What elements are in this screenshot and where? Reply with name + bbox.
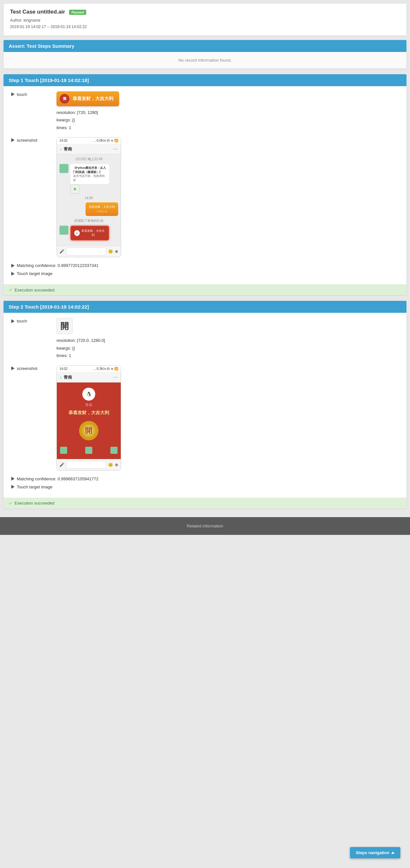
page-title: Test Case untitled.air Passed	[10, 9, 400, 15]
step1-title: Step 1 Touch [2019-01-19 14:02:18]	[9, 78, 89, 83]
confidence-triangle-2	[11, 477, 14, 480]
phone-status-bar: 14:02 ... 0.0K/s ⓜ ≋ 📶	[57, 137, 121, 144]
footer-related-info: Related information	[187, 524, 223, 528]
step2-body: touch 開 resolution: [720.0, 1280.0] kwar…	[4, 313, 406, 497]
red-circle-icon: 微	[60, 94, 69, 104]
phone-nav-bar: ‹ 青南 ···	[57, 144, 121, 154]
phone-screenshot-2: 14:02 ... 0.3K/s ⓜ ≋ 📶 ‹ 青南 ···	[57, 365, 121, 471]
chat-avatar-1	[59, 164, 68, 173]
chat-msg-book: 《Python爬虫开发：从入门到实战（微课版）》 这本书还不错，也推荐给你 📗	[59, 164, 118, 194]
touch-image-wrapper: 微 恭喜发财，大吉大利	[57, 91, 399, 106]
phone-screenshot-1: 14:02 ... 0.0K/s ⓜ ≋ 📶 ‹ 青南 ··· 1月13日 晚上…	[57, 137, 121, 257]
phone-input-bar-2: 🎤 😊 ⊕	[57, 459, 121, 470]
chat-notice: 您领取了青南的红包	[59, 219, 118, 223]
no-record-message: No record information found.	[4, 52, 406, 68]
step1-touch-row: touch 微 恭喜发财，大吉大利 resolution: [720, 1280…	[11, 91, 399, 131]
check-icon-2: ✓	[9, 501, 12, 506]
triangle-icon	[11, 92, 14, 96]
phone-status-bar-2: 14:02 ... 0.3K/s ⓜ ≋ 📶	[57, 366, 121, 373]
kai-character: 開	[57, 318, 73, 334]
step2-success-bar: ✓ Execution succeeded	[4, 498, 406, 508]
step2-confidence-label: Matching confidence: 0.9996637105941772	[17, 476, 98, 481]
step1-screenshot-label-container: screenshot	[11, 137, 57, 143]
chat-avatar-2	[59, 226, 68, 235]
red-env-sent-bubble: 恭喜发财，大吉大利 查看红包	[86, 203, 118, 216]
side-avatars	[60, 447, 118, 454]
touch-times: times: 1	[57, 124, 399, 131]
step1-screenshot-content: 14:02 ... 0.0K/s ⓜ ≋ 📶 ‹ 青南 ··· 1月13日 晚上…	[57, 137, 399, 257]
voice-icon-2: 🎤	[59, 463, 64, 467]
phone-signal: ... 0.0K/s ⓜ ≋ 📶	[93, 138, 118, 143]
red-env-circle: ⊙	[74, 230, 80, 236]
footer: Related information	[0, 517, 410, 535]
triangle-icon-4	[11, 366, 14, 370]
voice-icon: 🎤	[59, 249, 64, 254]
assert-card: Assert: Test Steps Summary No record inf…	[3, 40, 407, 69]
phone-input-field	[66, 248, 106, 255]
step1-body: touch 微 恭喜发财，大吉大利 resolution: [720, 1280…	[4, 86, 406, 285]
red-env-screen-inner: 🐧 青南 恭喜发财，大吉大利 開	[60, 388, 118, 454]
step1-touch-content: 微 恭喜发财，大吉大利 resolution: [720, 1280] kwar…	[57, 91, 399, 131]
more-icon-2: ···	[113, 374, 118, 380]
step2-screenshot-row: screenshot 14:02 ... 0.3K/s ⓜ ≋ 📶 ‹ 青南	[11, 365, 399, 471]
chat-date-1: 1月13日 晚上21:49	[59, 157, 118, 161]
phone-time: 14:02	[59, 139, 67, 142]
touch-resolution: resolution: [720, 1280]	[57, 109, 399, 116]
step2-card: Step 2 Touch [2019-01-19 14:02:22] touch…	[3, 301, 407, 508]
step2-touch-target-label: Touch target image	[17, 485, 53, 489]
step2-touch-meta: resolution: [720.0, 1280.0] kwargs: {} t…	[57, 337, 399, 359]
step1-confidence-row: Matching confidence: 0.9997720122337341	[11, 263, 399, 268]
nav-title-2: 青南	[64, 374, 72, 380]
screenshot-label: screenshot	[17, 138, 37, 143]
red-env-text-2: 恭喜发财，大吉大利	[81, 229, 105, 237]
touch-target-triangle	[11, 272, 14, 276]
author-meta: Author: kingname 2019-01-19 14:02:17 -- …	[10, 17, 400, 30]
red-env-logo: 🐧	[82, 388, 95, 401]
touch-target-triangle-2	[11, 485, 14, 489]
book-cover: 📗	[70, 185, 80, 194]
confidence-triangle	[11, 264, 14, 268]
touch-btn-text: 恭喜发财，大吉大利	[73, 96, 113, 102]
step2-touch-image-wrapper: 開	[57, 318, 399, 334]
step2-header: Step 2 Touch [2019-01-19 14:02:22]	[4, 301, 406, 313]
more-icon: ···	[113, 146, 118, 152]
plus-icon-2: ⊕	[115, 463, 118, 467]
step2-times: times: 1	[57, 352, 399, 359]
plus-icon: ⊕	[115, 249, 118, 254]
step1-touch-target-row: Touch target image	[11, 271, 399, 276]
phone-signal-2: ... 0.3K/s ⓜ ≋ 📶	[93, 367, 118, 371]
back-icon: ‹	[60, 147, 62, 152]
step2-touch-label-container: touch	[11, 318, 57, 323]
emoji-icon-2: 😊	[108, 463, 113, 467]
step1-touch-label-container: touch	[11, 91, 57, 97]
touch-kwargs: kwargs: {}	[57, 116, 399, 124]
phone-input-bar: 🎤 😊 ⊕	[57, 246, 121, 257]
triangle-icon-3	[11, 319, 14, 323]
test-case-title: Test Case untitled.air	[10, 9, 65, 15]
step2-touch-label: touch	[17, 319, 27, 323]
step2-touch-content: 開 resolution: [720.0, 1280.0] kwargs: {}…	[57, 318, 399, 359]
chat-msg-redenv-highlighted: ⊙ 恭喜发财，大吉大利	[59, 226, 118, 241]
date-range: 2019-01-19 14:02:17 -- 2019-01-19 14:02:…	[10, 24, 400, 30]
phone-time-2: 14:02	[59, 367, 67, 371]
step2-touch-row: touch 開 resolution: [720.0, 1280.0] kwar…	[11, 318, 399, 359]
touch-label: touch	[17, 92, 27, 97]
header-card: Test Case untitled.air Passed Author: ki…	[3, 3, 407, 36]
gold-circle: 開	[79, 421, 98, 440]
touch-target-label: Touch target image	[17, 271, 53, 276]
nav-title: 青南	[64, 146, 72, 152]
author-label: Author: kingname	[10, 17, 400, 24]
red-env-text-1: 恭喜发财，大吉大利	[89, 205, 115, 209]
chat-bubble-book: 《Python爬虫开发：从入门到实战（微课版）》 这本书还不错，也推荐给你 📗	[70, 164, 109, 194]
chat-date-2: 14:00	[59, 196, 118, 200]
phone-chat-area: 1月13日 晚上21:49 《Python爬虫开发：从入门到实战（微课版）》 这…	[57, 154, 121, 246]
red-env-sender: 青南	[60, 403, 118, 407]
red-env-full-screen: 🐧 青南 恭喜发财，大吉大利 開	[57, 382, 121, 459]
step1-card: Step 1 Touch [2019-01-19 14:02:18] touch…	[3, 74, 407, 296]
confidence-label: Matching confidence: 0.9997720122337341	[17, 263, 98, 268]
red-env-highlighted: ⊙ 恭喜发财，大吉大利	[70, 226, 109, 241]
step1-screenshot-row: screenshot 14:02 ... 0.0K/s ⓜ ≋ 📶 ‹ 青南	[11, 137, 399, 257]
passed-badge: Passed	[69, 10, 86, 15]
chat-opened: 查看红包	[89, 210, 115, 213]
assert-title: Assert: Test Steps Summary	[9, 43, 74, 49]
